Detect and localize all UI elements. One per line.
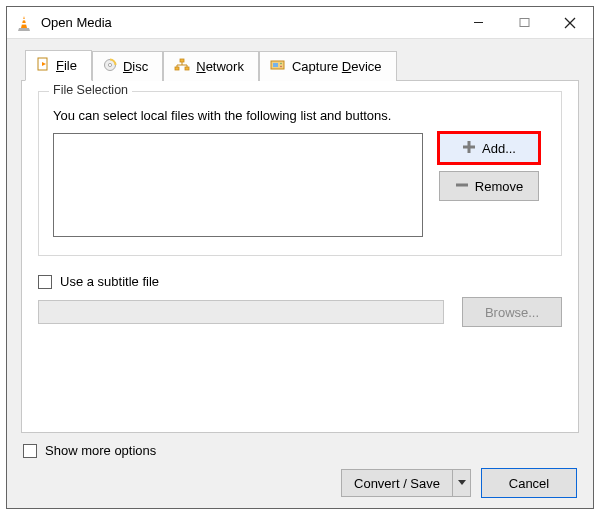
network-icon xyxy=(174,58,190,75)
browse-subtitle-button: Browse... xyxy=(462,297,562,327)
svg-rect-2 xyxy=(22,23,27,25)
file-selection-legend: File Selection xyxy=(49,83,132,97)
tab-capture-label: Capture Device xyxy=(292,59,382,74)
plus-icon xyxy=(462,140,476,157)
add-button-label: Add... xyxy=(482,141,516,156)
add-button[interactable]: Add... xyxy=(439,133,539,163)
vlc-cone-icon xyxy=(15,14,33,32)
svg-rect-14 xyxy=(185,67,189,70)
tab-disc-label: Disc xyxy=(123,59,148,74)
tab-file-label: File xyxy=(56,58,77,73)
svg-rect-20 xyxy=(273,63,278,67)
tab-file[interactable]: File xyxy=(25,50,92,81)
subtitle-area: Use a subtitle file Browse... xyxy=(38,274,562,327)
convert-save-button[interactable]: Convert / Save xyxy=(341,469,471,497)
show-more-checkbox[interactable] xyxy=(23,444,37,458)
svg-point-11 xyxy=(108,63,111,66)
tab-network[interactable]: Network xyxy=(163,51,259,81)
maximize-button[interactable] xyxy=(501,7,547,38)
svg-rect-1 xyxy=(22,19,26,20)
svg-point-22 xyxy=(280,66,282,68)
cancel-label: Cancel xyxy=(509,476,549,491)
subtitle-path-input xyxy=(38,300,444,324)
convert-save-dropdown[interactable] xyxy=(452,470,470,496)
client-area: File Disc xyxy=(7,39,593,508)
titlebar: Open Media xyxy=(7,7,593,39)
browse-button-label: Browse... xyxy=(485,305,539,320)
tab-content-file: File Selection You can select local file… xyxy=(21,80,579,433)
footer-area: Show more options Convert / Save Cancel xyxy=(21,433,579,498)
svg-rect-13 xyxy=(175,67,179,70)
open-media-dialog: Open Media File xyxy=(6,6,594,509)
file-selection-group: File Selection You can select local file… xyxy=(38,91,562,256)
convert-save-label: Convert / Save xyxy=(354,476,440,491)
chevron-down-icon xyxy=(458,480,466,486)
subtitle-checkbox-label: Use a subtitle file xyxy=(60,274,159,289)
tab-row: File Disc xyxy=(25,49,579,80)
disc-icon xyxy=(103,58,117,75)
show-more-label: Show more options xyxy=(45,443,156,458)
close-button[interactable] xyxy=(547,7,593,38)
svg-rect-25 xyxy=(456,183,468,186)
tab-network-label: Network xyxy=(196,59,244,74)
minus-icon xyxy=(455,178,469,195)
file-icon xyxy=(36,57,50,74)
window-title: Open Media xyxy=(41,15,455,30)
file-selection-instruction: You can select local files with the foll… xyxy=(53,108,547,123)
window-controls xyxy=(455,7,593,38)
remove-button-label: Remove xyxy=(475,179,523,194)
remove-button[interactable]: Remove xyxy=(439,171,539,201)
capture-device-icon xyxy=(270,58,286,75)
svg-rect-5 xyxy=(520,19,529,27)
minimize-button[interactable] xyxy=(455,7,501,38)
svg-rect-24 xyxy=(463,145,475,148)
tab-disc[interactable]: Disc xyxy=(92,51,163,81)
file-list[interactable] xyxy=(53,133,423,237)
cancel-button[interactable]: Cancel xyxy=(481,468,577,498)
svg-point-21 xyxy=(280,63,282,65)
svg-rect-12 xyxy=(180,59,184,62)
svg-marker-3 xyxy=(18,28,30,31)
subtitle-checkbox[interactable] xyxy=(38,275,52,289)
svg-marker-26 xyxy=(458,480,466,485)
svg-marker-0 xyxy=(21,16,27,28)
tab-capture-device[interactable]: Capture Device xyxy=(259,51,397,81)
